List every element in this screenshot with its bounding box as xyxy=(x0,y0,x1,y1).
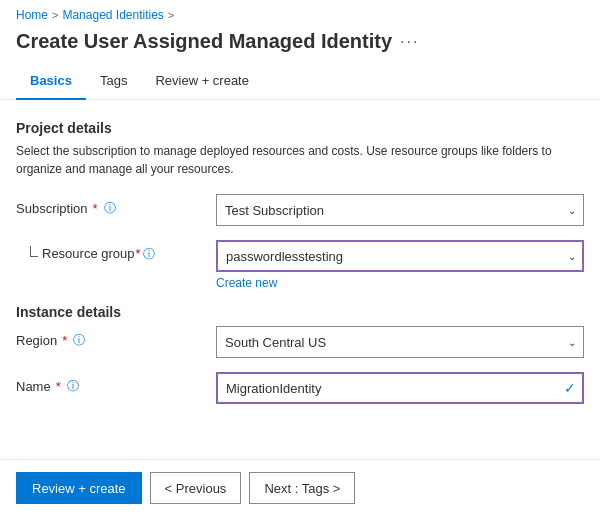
subscription-select[interactable]: Test Subscription xyxy=(216,194,584,226)
resource-group-label: Resource group xyxy=(42,246,135,261)
tab-basics[interactable]: Basics xyxy=(16,65,86,100)
breadcrumb-home[interactable]: Home xyxy=(16,8,48,22)
subscription-control: Test Subscription ⌄ xyxy=(216,194,584,226)
subscription-required: * xyxy=(93,201,98,216)
resource-group-required: * xyxy=(136,246,141,261)
resource-group-control: passwordlesstesting ⌄ Create new xyxy=(216,240,584,290)
region-row: Region * ⓘ South Central US ⌄ xyxy=(16,326,584,358)
subscription-row: Subscription * ⓘ Test Subscription ⌄ xyxy=(16,194,584,226)
tab-tags[interactable]: Tags xyxy=(86,65,141,100)
resource-group-select[interactable]: passwordlesstesting xyxy=(216,240,584,272)
region-select[interactable]: South Central US xyxy=(216,326,584,358)
project-details-title: Project details xyxy=(16,120,584,136)
indent-bracket xyxy=(16,246,38,257)
name-input[interactable] xyxy=(216,372,584,404)
name-required: * xyxy=(56,379,61,394)
page-title: Create User Assigned Managed Identity xyxy=(16,30,392,53)
name-info-icon[interactable]: ⓘ xyxy=(67,378,79,395)
region-required: * xyxy=(62,333,67,348)
next-button[interactable]: Next : Tags > xyxy=(249,472,355,504)
breadcrumb-managed-identities[interactable]: Managed Identities xyxy=(62,8,163,22)
tabs-nav: Basics Tags Review + create xyxy=(0,65,600,100)
region-label-col: Region * ⓘ xyxy=(16,326,216,349)
name-input-wrapper: ✓ xyxy=(216,372,584,404)
region-select-wrapper: South Central US ⌄ xyxy=(216,326,584,358)
form-content: Project details Select the subscription … xyxy=(0,100,600,438)
more-options-icon[interactable]: ··· xyxy=(400,33,419,51)
resource-group-row: Resource group * ⓘ passwordlesstesting ⌄… xyxy=(16,240,584,290)
name-label: Name xyxy=(16,379,51,394)
resource-group-select-wrapper: passwordlesstesting ⌄ xyxy=(216,240,584,272)
review-create-button[interactable]: Review + create xyxy=(16,472,142,504)
region-control: South Central US ⌄ xyxy=(216,326,584,358)
region-info-icon[interactable]: ⓘ xyxy=(73,332,85,349)
subscription-label: Subscription xyxy=(16,201,88,216)
resource-group-info-icon[interactable]: ⓘ xyxy=(143,246,155,263)
breadcrumb: Home > Managed Identities > xyxy=(0,0,600,26)
subscription-info-icon[interactable]: ⓘ xyxy=(104,200,116,217)
create-new-link[interactable]: Create new xyxy=(216,276,584,290)
resource-group-label-col: Resource group * ⓘ xyxy=(16,240,216,263)
instance-details-title: Instance details xyxy=(16,304,584,320)
project-details-desc: Select the subscription to manage deploy… xyxy=(16,142,584,178)
footer: Review + create < Previous Next : Tags > xyxy=(0,459,600,516)
name-label-col: Name * ⓘ xyxy=(16,372,216,395)
region-label: Region xyxy=(16,333,57,348)
instance-details-section: Instance details xyxy=(16,304,584,320)
previous-button[interactable]: < Previous xyxy=(150,472,242,504)
name-row: Name * ⓘ ✓ xyxy=(16,372,584,404)
name-control: ✓ xyxy=(216,372,584,404)
subscription-label-col: Subscription * ⓘ xyxy=(16,194,216,217)
subscription-select-wrapper: Test Subscription ⌄ xyxy=(216,194,584,226)
breadcrumb-sep-1: > xyxy=(52,9,58,21)
page-header: Create User Assigned Managed Identity ··… xyxy=(0,26,600,65)
tab-review-create[interactable]: Review + create xyxy=(141,65,263,100)
breadcrumb-sep-2: > xyxy=(168,9,174,21)
